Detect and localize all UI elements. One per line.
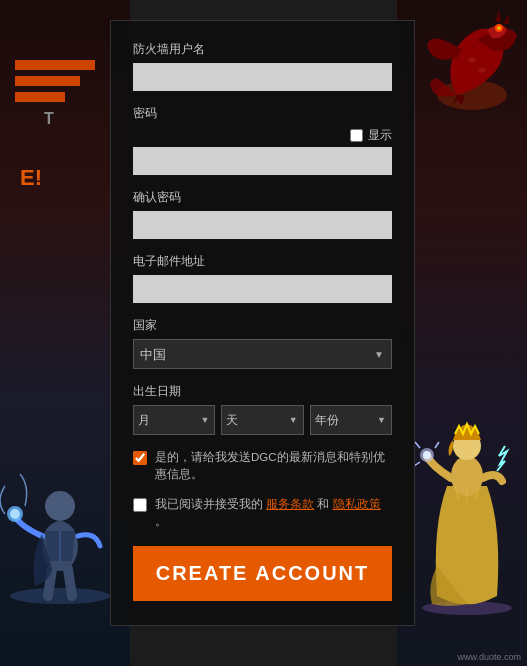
tos-text-1: 我已阅读并接受我的 (155, 498, 263, 510)
dob-label: 出生日期 (133, 383, 392, 400)
tos-group: 我已阅读并接受我的 服务条款 和 隐私政策 。 (133, 496, 392, 531)
country-group: 国家 中国 美国 日本 韩国 (133, 317, 392, 369)
menu-bars (15, 60, 95, 108)
confirm-password-input[interactable] (133, 211, 392, 239)
form-panel: 防火墙用户名 密码 显示 确认密码 (110, 20, 415, 626)
menu-bar-1 (15, 60, 95, 70)
tos-label: 我已阅读并接受我的 服务条款 和 隐私政策 。 (155, 496, 392, 531)
email-input[interactable] (133, 275, 392, 303)
mage-figure (407, 366, 527, 616)
show-password-label: 显示 (368, 127, 392, 144)
create-account-button[interactable]: CREATE ACCOUNT (133, 546, 392, 601)
country-label: 国家 (133, 317, 392, 334)
username-group: 防火墙用户名 (133, 41, 392, 91)
tos-link-1[interactable]: 服务条款 (266, 498, 314, 510)
newsletter-group: 是的，请给我发送DGC的最新消息和特别优惠信息。 (133, 449, 392, 484)
dob-day-select[interactable]: 天 123 (221, 405, 303, 435)
svg-point-8 (497, 26, 501, 30)
menu-bar-2 (15, 76, 80, 86)
left-exclaim: E! (20, 165, 42, 191)
dob-row: 月 123 456 789 101112 天 123 (133, 405, 392, 435)
confirm-password-label: 确认密码 (133, 189, 392, 206)
show-pass-group: 显示 (133, 127, 392, 144)
password-wrapper: 显示 (133, 127, 392, 175)
dob-month-wrapper: 月 123 456 789 101112 (133, 405, 215, 435)
warrior-figure (0, 386, 120, 606)
tos-text-3: 。 (155, 515, 167, 527)
tos-text-2: 和 (317, 498, 329, 510)
password-group: 密码 显示 (133, 105, 392, 175)
dob-year-wrapper: 年份 200019901980 (310, 405, 392, 435)
svg-point-4 (10, 509, 20, 519)
country-select[interactable]: 中国 美国 日本 韩国 (133, 339, 392, 369)
dob-year-select[interactable]: 年份 200019901980 (310, 405, 392, 435)
password-input[interactable] (133, 147, 392, 175)
password-label: 密码 (133, 105, 392, 122)
tos-link-2[interactable]: 隐私政策 (333, 498, 381, 510)
newsletter-checkbox[interactable] (133, 451, 147, 465)
newsletter-label: 是的，请给我发送DGC的最新消息和特别优惠信息。 (155, 449, 392, 484)
username-label: 防火墙用户名 (133, 41, 392, 58)
dob-day-wrapper: 天 123 (221, 405, 303, 435)
watermark: www.duote.com (457, 652, 521, 662)
svg-point-13 (423, 451, 431, 459)
show-password-checkbox[interactable] (350, 129, 363, 142)
background: T E! (0, 0, 527, 666)
left-letter-t: T (0, 110, 100, 128)
svg-point-0 (10, 588, 110, 604)
dob-month-select[interactable]: 月 123 456 789 101112 (133, 405, 215, 435)
dob-group: 出生日期 月 123 456 789 101112 天 (133, 383, 392, 435)
right-panel (397, 0, 527, 666)
confirm-password-group: 确认密码 (133, 189, 392, 239)
tos-checkbox[interactable] (133, 498, 147, 512)
menu-bar-3 (15, 92, 65, 102)
dragon-figure (427, 10, 517, 110)
svg-point-2 (45, 491, 75, 521)
email-label: 电子邮件地址 (133, 253, 392, 270)
email-group: 电子邮件地址 (133, 253, 392, 303)
username-input[interactable] (133, 63, 392, 91)
country-select-wrapper: 中国 美国 日本 韩国 (133, 339, 392, 369)
